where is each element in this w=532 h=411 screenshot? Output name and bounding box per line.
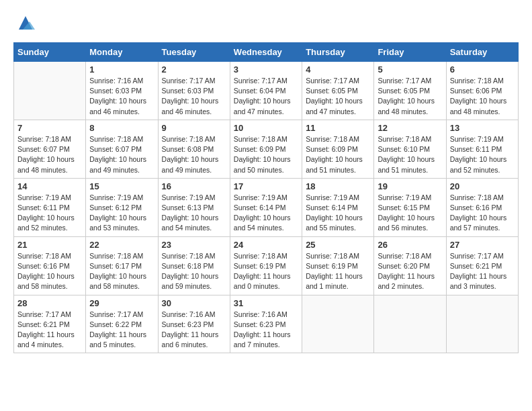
week-row-4: 21Sunrise: 7:18 AMSunset: 6:16 PMDayligh… [14,236,519,295]
calendar-table: SundayMondayTuesdayWednesdayThursdayFrid… [13,42,519,353]
day-cell: 6Sunrise: 7:18 AMSunset: 6:06 PMDaylight… [446,62,518,120]
day-info: Sunrise: 7:17 AMSunset: 6:04 PMDaylight:… [234,76,298,117]
day-number: 27 [450,240,515,250]
day-info: Sunrise: 7:18 AMSunset: 6:19 PMDaylight:… [306,251,370,292]
day-cell: 23Sunrise: 7:18 AMSunset: 6:18 PMDayligh… [158,236,230,295]
day-number: 26 [378,240,442,250]
day-number: 20 [450,181,515,191]
day-number: 6 [450,64,515,75]
day-cell: 22Sunrise: 7:18 AMSunset: 6:17 PMDayligh… [86,236,158,295]
logo-text [13,13,35,36]
day-cell: 5Sunrise: 7:17 AMSunset: 6:05 PMDaylight… [374,62,446,120]
day-number: 2 [162,64,226,75]
day-cell: 26Sunrise: 7:18 AMSunset: 6:20 PMDayligh… [374,236,446,295]
day-header-saturday: Saturday [446,43,518,62]
week-row-2: 7Sunrise: 7:18 AMSunset: 6:07 PMDaylight… [14,120,519,178]
day-cell: 21Sunrise: 7:18 AMSunset: 6:16 PMDayligh… [14,236,86,295]
day-cell: 3Sunrise: 7:17 AMSunset: 6:04 PMDaylight… [230,62,302,120]
day-info: Sunrise: 7:16 AMSunset: 6:03 PMDaylight:… [89,76,154,117]
day-cell: 29Sunrise: 7:17 AMSunset: 6:22 PMDayligh… [86,295,158,353]
day-cell: 16Sunrise: 7:19 AMSunset: 6:13 PMDayligh… [158,178,230,236]
day-info: Sunrise: 7:16 AMSunset: 6:23 PMDaylight:… [234,310,298,351]
day-number: 28 [17,298,82,308]
day-cell: 15Sunrise: 7:19 AMSunset: 6:12 PMDayligh… [86,178,158,236]
day-cell: 14Sunrise: 7:19 AMSunset: 6:11 PMDayligh… [14,178,86,236]
day-info: Sunrise: 7:18 AMSunset: 6:06 PMDaylight:… [450,76,515,117]
day-info: Sunrise: 7:17 AMSunset: 6:22 PMDaylight:… [89,310,154,351]
day-cell: 19Sunrise: 7:19 AMSunset: 6:15 PMDayligh… [374,178,446,236]
day-info: Sunrise: 7:18 AMSunset: 6:07 PMDaylight:… [89,134,154,175]
page-header [13,13,519,36]
day-info: Sunrise: 7:17 AMSunset: 6:05 PMDaylight:… [306,76,370,117]
day-header-thursday: Thursday [302,43,374,62]
day-info: Sunrise: 7:19 AMSunset: 6:15 PMDaylight:… [378,193,442,234]
day-cell: 28Sunrise: 7:17 AMSunset: 6:21 PMDayligh… [14,295,86,353]
day-number: 24 [234,240,298,250]
day-cell: 24Sunrise: 7:18 AMSunset: 6:19 PMDayligh… [230,236,302,295]
day-cell: 9Sunrise: 7:18 AMSunset: 6:08 PMDaylight… [158,120,230,178]
day-number: 1 [89,64,154,75]
day-cell: 10Sunrise: 7:18 AMSunset: 6:09 PMDayligh… [230,120,302,178]
day-cell: 27Sunrise: 7:17 AMSunset: 6:21 PMDayligh… [446,236,518,295]
day-header-wednesday: Wednesday [230,43,302,62]
day-number: 29 [89,298,154,308]
day-number: 21 [17,240,82,250]
calendar-body: 1Sunrise: 7:16 AMSunset: 6:03 PMDaylight… [14,62,519,353]
day-info: Sunrise: 7:17 AMSunset: 6:21 PMDaylight:… [450,251,515,292]
logo-icon [16,13,35,32]
day-cell: 30Sunrise: 7:16 AMSunset: 6:23 PMDayligh… [158,295,230,353]
day-cell: 8Sunrise: 7:18 AMSunset: 6:07 PMDaylight… [86,120,158,178]
day-cell: 17Sunrise: 7:19 AMSunset: 6:14 PMDayligh… [230,178,302,236]
day-cell: 25Sunrise: 7:18 AMSunset: 6:19 PMDayligh… [302,236,374,295]
day-cell: 4Sunrise: 7:17 AMSunset: 6:05 PMDaylight… [302,62,374,120]
day-number: 15 [89,181,154,191]
day-cell: 18Sunrise: 7:19 AMSunset: 6:14 PMDayligh… [302,178,374,236]
day-header-friday: Friday [374,43,446,62]
day-info: Sunrise: 7:19 AMSunset: 6:11 PMDaylight:… [17,193,82,234]
day-header-monday: Monday [86,43,158,62]
day-number: 17 [234,181,298,191]
week-row-1: 1Sunrise: 7:16 AMSunset: 6:03 PMDaylight… [14,62,519,120]
day-cell [14,62,86,120]
day-info: Sunrise: 7:18 AMSunset: 6:08 PMDaylight:… [162,134,226,175]
week-row-3: 14Sunrise: 7:19 AMSunset: 6:11 PMDayligh… [14,178,519,236]
day-number: 30 [162,298,226,308]
day-cell: 11Sunrise: 7:18 AMSunset: 6:09 PMDayligh… [302,120,374,178]
day-number: 12 [378,123,442,133]
day-number: 10 [234,123,298,133]
day-info: Sunrise: 7:19 AMSunset: 6:11 PMDaylight:… [450,134,515,175]
day-number: 22 [89,240,154,250]
day-cell: 1Sunrise: 7:16 AMSunset: 6:03 PMDaylight… [86,62,158,120]
day-cell: 31Sunrise: 7:16 AMSunset: 6:23 PMDayligh… [230,295,302,353]
day-number: 5 [378,64,442,75]
day-number: 11 [306,123,370,133]
day-info: Sunrise: 7:18 AMSunset: 6:16 PMDaylight:… [17,251,82,292]
day-number: 16 [162,181,226,191]
day-info: Sunrise: 7:16 AMSunset: 6:23 PMDaylight:… [162,310,226,351]
day-cell: 20Sunrise: 7:18 AMSunset: 6:16 PMDayligh… [446,178,518,236]
day-number: 23 [162,240,226,250]
day-number: 4 [306,64,370,75]
day-number: 9 [162,123,226,133]
week-row-5: 28Sunrise: 7:17 AMSunset: 6:21 PMDayligh… [14,295,519,353]
day-cell [302,295,374,353]
day-cell: 13Sunrise: 7:19 AMSunset: 6:11 PMDayligh… [446,120,518,178]
day-info: Sunrise: 7:18 AMSunset: 6:09 PMDaylight:… [306,134,370,175]
day-info: Sunrise: 7:18 AMSunset: 6:16 PMDaylight:… [450,193,515,234]
day-number: 13 [450,123,515,133]
day-info: Sunrise: 7:18 AMSunset: 6:17 PMDaylight:… [89,251,154,292]
day-header-tuesday: Tuesday [158,43,230,62]
day-info: Sunrise: 7:19 AMSunset: 6:14 PMDaylight:… [306,193,370,234]
day-cell: 7Sunrise: 7:18 AMSunset: 6:07 PMDaylight… [14,120,86,178]
day-info: Sunrise: 7:18 AMSunset: 6:18 PMDaylight:… [162,251,226,292]
day-number: 14 [17,181,82,191]
day-info: Sunrise: 7:19 AMSunset: 6:13 PMDaylight:… [162,193,226,234]
day-info: Sunrise: 7:17 AMSunset: 6:21 PMDaylight:… [17,310,82,351]
day-cell: 12Sunrise: 7:18 AMSunset: 6:10 PMDayligh… [374,120,446,178]
day-number: 3 [234,64,298,75]
day-number: 19 [378,181,442,191]
day-info: Sunrise: 7:18 AMSunset: 6:09 PMDaylight:… [234,134,298,175]
day-info: Sunrise: 7:17 AMSunset: 6:03 PMDaylight:… [162,76,226,117]
day-number: 18 [306,181,370,191]
day-number: 25 [306,240,370,250]
